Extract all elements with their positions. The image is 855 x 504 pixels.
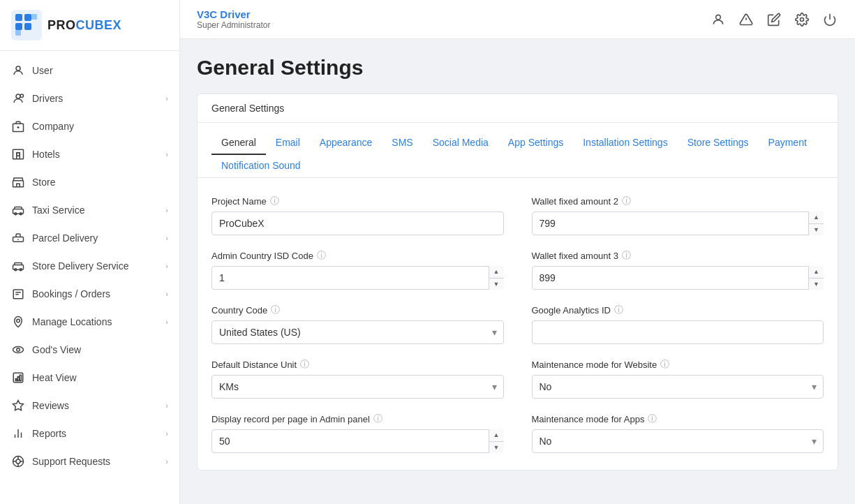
sidebar-item-label: Store Delivery Service	[32, 260, 158, 272]
topbar-icons	[710, 11, 838, 28]
power-icon[interactable]	[821, 11, 838, 28]
sidebar-item-label: Heat View	[32, 372, 168, 383]
wallet-fixed2-down[interactable]: ▼	[809, 224, 824, 236]
svg-point-28	[13, 347, 24, 353]
alert-icon[interactable]	[738, 11, 754, 28]
tab-email[interactable]: Email	[266, 131, 310, 155]
gear-icon[interactable]	[794, 11, 810, 28]
admin-isd-up[interactable]: ▲	[489, 266, 504, 279]
admin-isd-label: Admin Country ISD Code ⓘ	[211, 249, 504, 262]
tab-general[interactable]: General	[211, 131, 266, 155]
location-icon	[11, 315, 25, 329]
wallet-fixed2-arrows: ▲ ▼	[808, 212, 824, 235]
tab-notification-sound[interactable]: Notification Sound	[211, 154, 311, 178]
chevron-right-icon: ›	[165, 401, 168, 410]
tab-app-settings[interactable]: App Settings	[498, 131, 573, 155]
maintenance-apps-select[interactable]: No Yes	[532, 429, 824, 453]
wallet-fixed3-arrows: ▲ ▼	[808, 266, 824, 290]
main-content: V3C Driver Super Administrator General S…	[180, 0, 855, 504]
sidebar: PROCUBEX User Drivers › Company	[0, 0, 180, 504]
google-analytics-input[interactable]	[532, 320, 824, 344]
sidebar-item-manage-locations[interactable]: Manage Locations ›	[0, 308, 179, 336]
svg-rect-14	[17, 153, 20, 156]
chevron-right-icon: ›	[165, 206, 168, 214]
default-distance-help-icon: ⓘ	[300, 358, 309, 371]
chevron-right-icon: ›	[165, 429, 168, 438]
admin-isd-wrap: ▲ ▼	[211, 266, 504, 290]
sidebar-item-label: User	[32, 65, 168, 76]
maintenance-apps-label: Maintenance mode for Apps ⓘ	[532, 413, 824, 425]
display-record-down[interactable]: ▼	[489, 442, 504, 454]
maintenance-website-select-wrap: No Yes	[532, 375, 824, 399]
sidebar-item-heat-view[interactable]: Heat View	[0, 364, 179, 392]
maintenance-apps-help-icon: ⓘ	[648, 413, 657, 425]
sidebar-logo: PROCUBEX	[0, 0, 179, 51]
display-record-up[interactable]: ▲	[489, 429, 504, 442]
sidebar-item-reports[interactable]: Reports ›	[0, 420, 179, 447]
tab-social-media[interactable]: Social Media	[423, 131, 498, 155]
svg-rect-13	[13, 149, 24, 159]
wallet-fixed3-input[interactable]	[532, 266, 824, 290]
sidebar-item-bookings-orders[interactable]: Bookings / Orders ›	[0, 280, 179, 308]
admin-isd-down[interactable]: ▼	[489, 279, 504, 290]
svg-rect-2	[24, 14, 31, 21]
svg-point-43	[716, 15, 721, 20]
sidebar-item-taxi-service[interactable]: Taxi Service ›	[0, 196, 179, 224]
sidebar-item-company[interactable]: Company	[0, 112, 179, 140]
project-name-input[interactable]	[211, 212, 504, 235]
country-code-group: Country Code ⓘ United States (US) United…	[211, 304, 504, 344]
chevron-right-icon: ›	[165, 318, 168, 326]
tab-sms[interactable]: SMS	[382, 131, 422, 155]
svg-rect-1	[15, 14, 22, 21]
sidebar-item-label: Parcel Delivery	[32, 232, 158, 244]
tab-store-settings[interactable]: Store Settings	[678, 131, 759, 155]
sidebar-item-reviews[interactable]: Reviews ›	[0, 392, 179, 420]
google-analytics-help-icon: ⓘ	[614, 304, 623, 316]
edit-icon[interactable]	[766, 11, 782, 28]
user-profile-icon[interactable]	[710, 11, 727, 28]
sidebar-item-hotels[interactable]: Hotels ›	[0, 140, 179, 168]
wallet-fixed2-input[interactable]	[532, 212, 824, 235]
sidebar-item-user[interactable]: User	[0, 57, 179, 84]
country-code-help-icon: ⓘ	[271, 304, 280, 316]
display-record-input[interactable]	[211, 429, 504, 453]
heat-icon	[11, 371, 25, 385]
wallet-fixed3-help-icon: ⓘ	[622, 249, 631, 262]
default-distance-select[interactable]: KMs Miles	[211, 375, 504, 399]
svg-rect-32	[17, 377, 19, 381]
sidebar-item-label: Company	[32, 121, 168, 132]
wallet-fixed3-down[interactable]: ▼	[809, 279, 824, 290]
google-analytics-group: Google Analytics ID ⓘ	[532, 304, 824, 344]
svg-rect-33	[20, 375, 21, 380]
wallet-fixed3-up[interactable]: ▲	[809, 266, 824, 279]
sidebar-item-parcel-delivery[interactable]: Parcel Delivery ›	[0, 224, 179, 252]
sidebar-item-support-requests[interactable]: Support Requests ›	[0, 447, 179, 475]
tab-payment[interactable]: Payment	[759, 131, 817, 155]
display-record-label: Display record per page in Admin panel ⓘ	[211, 413, 504, 425]
sidebar-item-store[interactable]: Store	[0, 168, 179, 196]
bookings-icon	[11, 287, 25, 301]
admin-isd-input[interactable]	[211, 266, 504, 290]
chevron-right-icon: ›	[165, 290, 168, 298]
svg-rect-4	[24, 23, 31, 30]
svg-point-9	[20, 94, 24, 98]
topbar-subtitle: Super Administrator	[197, 20, 270, 30]
default-distance-label: Default Distance Unit ⓘ	[211, 358, 504, 371]
general-settings-form: Project Name ⓘ Wallet fixed amount 2 ⓘ ▲	[198, 178, 838, 470]
company-icon	[11, 119, 25, 133]
svg-rect-3	[15, 23, 22, 30]
tab-installation-settings[interactable]: Installation Settings	[573, 131, 677, 155]
sidebar-item-store-delivery[interactable]: Store Delivery Service ›	[0, 252, 179, 280]
country-code-select[interactable]: United States (US) United Kingdom (UK) I…	[211, 320, 504, 344]
sidebar-item-label: God's View	[32, 344, 168, 355]
sidebar-item-gods-view[interactable]: God's View	[0, 336, 179, 364]
maintenance-apps-select-wrap: No Yes	[532, 429, 824, 453]
sidebar-item-drivers[interactable]: Drivers ›	[0, 84, 179, 112]
maintenance-website-select[interactable]: No Yes	[532, 375, 824, 399]
tab-appearance[interactable]: Appearance	[310, 131, 382, 155]
svg-point-29	[17, 348, 20, 352]
sidebar-item-label: Drivers	[32, 93, 158, 104]
sidebar-nav: User Drivers › Company Hotels ›	[0, 51, 179, 504]
wallet-fixed2-up[interactable]: ▲	[809, 212, 824, 224]
maintenance-website-group: Maintenance mode for Website ⓘ No Yes	[532, 358, 824, 399]
